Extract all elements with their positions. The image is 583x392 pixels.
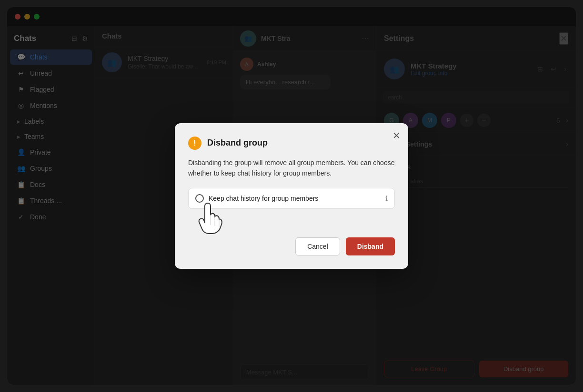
modal-title: Disband group [207,138,268,148]
modal-header: ! Disband group [188,137,395,150]
disband-modal: ✕ ! Disband group Disbanding the group w… [175,123,408,269]
modal-cancel-button[interactable]: Cancel [295,237,340,255]
modal-checkbox[interactable] [195,194,204,203]
modal-body: Disbanding the group will remove all gro… [188,157,395,179]
modal-info-icon: ℹ [385,195,388,202]
modal-close-button[interactable]: ✕ [392,131,401,140]
modal-checkbox-row[interactable]: Keep chat history for group members ℹ [188,188,395,209]
modal-warning-icon: ! [188,137,201,150]
modal-disband-button[interactable]: Disband [346,237,395,255]
modal-overlay: ✕ ! Disband group Disbanding the group w… [7,7,576,385]
modal-actions: Cancel Disband [188,237,395,255]
cursor-hand [194,201,223,235]
modal-checkbox-label: Keep chat history for group members [209,195,381,202]
app-window: Chats ⊟ ⚙ 💬 Chats ↩ Unread ⚑ Flagged ◎ M [7,7,576,385]
